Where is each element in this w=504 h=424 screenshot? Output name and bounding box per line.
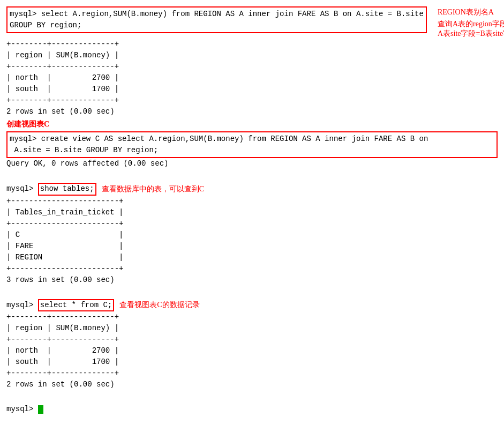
show-tables-result: 3 rows in set (0.00 sec)	[6, 274, 498, 286]
create-view-sql-box: mysql> create view C AS select A.region,…	[6, 131, 498, 158]
create-view-label: 创建视图表C	[6, 120, 49, 128]
final-prompt: mysql>	[6, 404, 38, 415]
create-view-label-wrapper: 创建视图表C	[6, 120, 498, 129]
final-prompt-line: mysql>	[6, 404, 498, 415]
sql-query1-box: mysql> select A.region,SUM(B.money) from…	[6, 6, 427, 33]
show-tables-sql-box: show tables;	[38, 183, 96, 196]
section-select-view: mysql> select * from C;查看视图表C的数据记录 +----…	[6, 299, 498, 391]
create-view-result: Query OK, 0 rows affected (0.00 sec)	[6, 158, 498, 169]
show-tables-prompt: mysql>	[6, 183, 38, 195]
blank3	[6, 392, 498, 404]
annotation-region-alias: REGION表别名A	[438, 8, 494, 17]
blank1	[6, 172, 498, 183]
select-view-prompt: mysql>	[6, 300, 38, 311]
select-view-sql-box: select * from C;	[38, 299, 114, 312]
terminal-cursor	[38, 405, 43, 414]
annotation-desc1: 查询A表的region字段，B表的money字段和，从A表等值连接B表	[438, 19, 504, 29]
select-view-annotation: 查看视图表C的数据记录	[119, 300, 199, 310]
blank2	[6, 288, 498, 299]
show-tables-annotation: 查看数据库中的表，可以查到C	[102, 184, 204, 194]
terminal: mysql> select A.region,SUM(B.money) from…	[4, 4, 500, 417]
annotation-desc2: A表site字段=B表site字段	[438, 29, 504, 39]
show-tables-output: +------------------------+ | Tables_in_t…	[6, 196, 498, 274]
query1-table-output: +--------+--------------+ | region | SUM…	[6, 39, 498, 106]
section-query1: mysql> select A.region,SUM(B.money) from…	[6, 6, 498, 117]
section-show-tables: mysql> show tables;查看数据库中的表，可以查到C +-----…	[6, 183, 498, 286]
section-create-view: mysql> create view C AS select A.region,…	[6, 131, 498, 169]
query1-result: 2 rows in set (0.00 sec)	[6, 106, 498, 117]
select-view-result: 2 rows in set (0.00 sec)	[6, 379, 498, 390]
select-view-table: +--------+--------------+ | region | SUM…	[6, 311, 498, 379]
